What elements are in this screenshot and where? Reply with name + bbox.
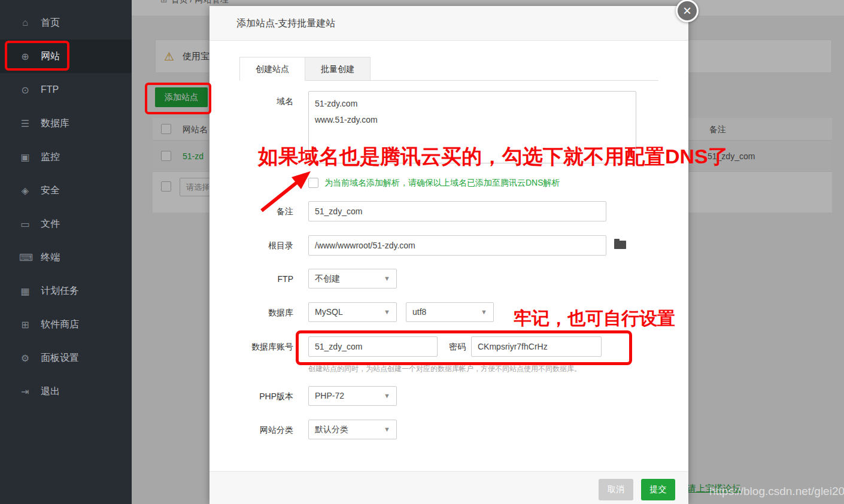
sidebar-item-home[interactable]: ⌂ 首页 (0, 6, 132, 40)
chevron-down-icon: ▼ (384, 387, 390, 405)
terminal-icon: ⌨ (19, 252, 31, 263)
database-charset-select[interactable]: utf8 ▼ (406, 302, 494, 322)
remark-label: 备注 (215, 201, 293, 221)
sidebar-item-label: 安全 (41, 184, 60, 197)
appstore-icon: ⊞ (19, 319, 31, 330)
sidebar-item-label: 网站 (41, 50, 60, 63)
tab-create-site[interactable]: 创建站点 (239, 57, 305, 81)
close-icon[interactable]: × (676, 0, 699, 22)
dns-resolve-checkbox[interactable] (308, 178, 318, 188)
sidebar-item-appstore[interactable]: ⊞ 软件商店 (0, 308, 132, 341)
root-dir-label: 根目录 (215, 235, 293, 256)
sidebar-item-label: FTP (41, 84, 59, 95)
chevron-down-icon: ▼ (384, 420, 390, 439)
page: ⌂ 首页 ⊕ 网站 ⊙ FTP ☰ 数据库 ▣ 监控 ◈ 安全 ▭ 文件 ⌨ 终 (0, 0, 844, 504)
home-icon: ⌂ (19, 17, 31, 28)
database-icon: ☰ (19, 118, 31, 129)
chevron-down-icon: ▼ (384, 269, 390, 288)
database-type-select[interactable]: MySQL ▼ (308, 302, 397, 322)
watermark: https://blog.csdn.net/glei20 (709, 485, 844, 498)
database-account-input[interactable]: 51_zdy_com (308, 336, 438, 357)
domain-label: 域名 (215, 91, 293, 111)
browse-folder-icon[interactable] (614, 241, 626, 249)
database-help-text: 创建站点的同时，为站点创建一个对应的数据库帐户，方便不同站点使用不同数据库。 (308, 364, 581, 374)
sidebar-item-label: 退出 (41, 385, 60, 398)
folder-icon: ▭ (19, 218, 31, 230)
monitor-icon: ▣ (19, 151, 31, 163)
sidebar-item-label: 面板设置 (41, 352, 79, 365)
shield-icon: ◈ (19, 185, 31, 196)
modal-tabs: 创建站点 批量创建 (239, 57, 658, 81)
modal-title: 添加站点-支持批量建站 (236, 6, 335, 41)
tab-batch-create[interactable]: 批量创建 (305, 57, 371, 81)
sidebar-item-terminal[interactable]: ⌨ 终端 (0, 241, 132, 274)
remark-input[interactable]: 51_zdy_com (308, 201, 606, 221)
globe-icon: ⊕ (19, 51, 31, 62)
sidebar-item-logout[interactable]: ⇥ 退出 (0, 375, 132, 408)
sidebar-item-label: 数据库 (41, 117, 69, 130)
sidebar-item-panel-settings[interactable]: ⚙ 面板设置 (0, 341, 132, 375)
chevron-down-icon: ▼ (481, 303, 487, 321)
php-version-label: PHP版本 (215, 386, 293, 406)
modal-header: 添加站点-支持批量建站 (210, 6, 688, 41)
sidebar-item-label: 软件商店 (41, 318, 79, 331)
sidebar-item-label: 计划任务 (41, 285, 79, 297)
site-category-label: 网站分类 (215, 420, 293, 440)
dns-resolve-label: 为当前域名添加解析，请确保以上域名已添加至腾讯云DNS解析 (324, 176, 560, 189)
database-password-input[interactable]: CKmpsriyr7fhCrHz (471, 336, 602, 357)
cancel-button[interactable]: 取消 (599, 479, 633, 500)
sidebar-item-website[interactable]: ⊕ 网站 (0, 40, 132, 73)
chevron-down-icon: ▼ (384, 303, 390, 321)
gear-icon: ⚙ (19, 353, 31, 364)
sidebar-item-label: 监控 (41, 151, 60, 163)
submit-button[interactable]: 提交 (641, 479, 675, 500)
sidebar-item-database[interactable]: ☰ 数据库 (0, 107, 132, 140)
sidebar-item-security[interactable]: ◈ 安全 (0, 174, 132, 207)
logout-icon: ⇥ (19, 386, 31, 397)
sidebar-item-label: 文件 (41, 218, 60, 230)
database-password-label: 密码 (430, 336, 466, 357)
sidebar-item-ftp[interactable]: ⊙ FTP (0, 73, 132, 107)
sidebar-item-monitor[interactable]: ▣ 监控 (0, 140, 132, 174)
ftp-icon: ⊙ (19, 84, 31, 96)
domain-input[interactable]: 51-zdy.com www.51-zdy.com (308, 91, 636, 163)
sidebar-item-files[interactable]: ▭ 文件 (0, 207, 132, 241)
sidebar-item-label: 首页 (41, 17, 60, 29)
sidebar: ⌂ 首页 ⊕ 网站 ⊙ FTP ☰ 数据库 ▣ 监控 ◈ 安全 ▭ 文件 ⌨ 终 (0, 0, 132, 504)
database-account-label: 数据库账号 (215, 336, 293, 357)
modal-footer: 取消 提交 (210, 471, 688, 504)
root-dir-input[interactable]: /www/wwwroot/51-zdy.com (308, 235, 606, 256)
php-version-select[interactable]: PHP-72 ▼ (308, 386, 397, 406)
calendar-icon: ▦ (19, 286, 31, 297)
add-site-modal: 添加站点-支持批量建站 × 创建站点 批量创建 域名 51-zdy.com ww… (210, 6, 688, 504)
site-category-select[interactable]: 默认分类 ▼ (308, 420, 397, 439)
ftp-label: FTP (215, 269, 293, 289)
database-label: 数据库 (215, 302, 293, 323)
ftp-select[interactable]: 不创建 ▼ (308, 269, 397, 289)
sidebar-item-label: 终端 (41, 251, 60, 264)
sidebar-item-cron[interactable]: ▦ 计划任务 (0, 274, 132, 308)
